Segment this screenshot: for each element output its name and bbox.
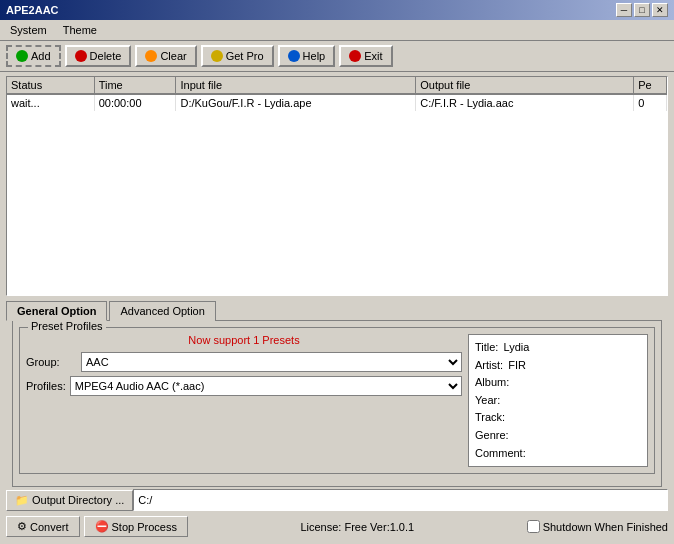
menu-bar: System Theme — [0, 20, 674, 41]
shutdown-label: Shutdown When Finished — [543, 521, 668, 533]
profiles-select[interactable]: MPEG4 Audio AAC (*.aac) — [70, 376, 462, 396]
exit-button[interactable]: Exit — [339, 45, 392, 67]
add-icon — [16, 50, 28, 62]
get-pro-button[interactable]: Get Pro — [201, 45, 274, 67]
window-title: APE2AAC — [6, 4, 59, 16]
delete-icon — [75, 50, 87, 62]
file-list-area: Status Time Input file Output file Pe wa… — [6, 76, 668, 296]
get-pro-icon — [211, 50, 223, 62]
maximize-button[interactable]: □ — [634, 3, 650, 17]
table-row[interactable]: wait... 00:00:00 D:/KuGou/F.I.R - Lydia.… — [7, 94, 667, 111]
tab-advanced-option[interactable]: Advanced Option — [109, 301, 215, 321]
help-button[interactable]: Help — [278, 45, 336, 67]
cell-percent: 0 — [634, 94, 667, 111]
tabs-row: General Option Advanced Option — [6, 300, 668, 320]
col-time: Time — [94, 77, 176, 94]
output-directory-input[interactable] — [133, 489, 668, 511]
stop-process-button[interactable]: ⛔ Stop Process — [84, 516, 188, 537]
col-output-file: Output file — [416, 77, 634, 94]
delete-button[interactable]: Delete — [65, 45, 132, 67]
menu-item-theme[interactable]: Theme — [57, 22, 103, 38]
profiles-row: Profiles: MPEG4 Audio AAC (*.aac) — [26, 376, 462, 396]
cell-input-file: D:/KuGou/F.I.R - Lydia.ape — [176, 94, 416, 111]
tag-year: Year: — [475, 392, 641, 410]
cell-status: wait... — [7, 94, 94, 111]
cell-output-file: C:/F.I.R - Lydia.aac — [416, 94, 634, 111]
convert-icon: ⚙ — [17, 520, 27, 533]
close-button[interactable]: ✕ — [652, 3, 668, 17]
col-percent: Pe — [634, 77, 667, 94]
preset-profiles-group: Preset Profiles Now support 1 Presets Gr… — [19, 327, 655, 474]
add-button[interactable]: Add — [6, 45, 61, 67]
tag-album: Album: — [475, 374, 641, 392]
col-status: Status — [7, 77, 94, 94]
output-directory-bar: 📁 Output Directory ... — [6, 489, 668, 511]
title-bar: APE2AAC ─ □ ✕ — [0, 0, 674, 20]
convert-button[interactable]: ⚙ Convert — [6, 516, 80, 537]
license-text: License: Free Ver:1.0.1 — [192, 521, 523, 533]
col-input-file: Input file — [176, 77, 416, 94]
preset-profiles-legend: Preset Profiles — [28, 320, 106, 332]
support-text: Now support 1 Presets — [26, 334, 462, 346]
tabs-area: General Option Advanced Option Preset Pr… — [6, 300, 668, 487]
tag-genre: Genre: — [475, 427, 641, 445]
clear-button[interactable]: Clear — [135, 45, 196, 67]
minimize-button[interactable]: ─ — [616, 3, 632, 17]
tag-title: Title: Lydia — [475, 339, 641, 357]
bottom-bar: ⚙ Convert ⛔ Stop Process License: Free V… — [0, 513, 674, 540]
tag-comment: Comment: — [475, 445, 641, 463]
shutdown-checkbox[interactable] — [527, 520, 540, 533]
exit-icon — [349, 50, 361, 62]
group-label: Group: — [26, 356, 81, 368]
tab-general-option[interactable]: General Option — [6, 301, 107, 321]
stop-icon: ⛔ — [95, 520, 109, 533]
tag-artist: Artist: FIR — [475, 357, 641, 375]
file-table: Status Time Input file Output file Pe wa… — [7, 77, 667, 111]
preset-left: Now support 1 Presets Group: AAC Profile… — [26, 334, 462, 467]
preset-inner: Now support 1 Presets Group: AAC Profile… — [26, 334, 648, 467]
toolbar: Add Delete Clear Get Pro Help Exit — [0, 41, 674, 72]
profiles-label: Profiles: — [26, 380, 66, 392]
title-bar-buttons: ─ □ ✕ — [616, 3, 668, 17]
options-panel: Preset Profiles Now support 1 Presets Gr… — [12, 320, 662, 487]
tag-info-box: Title: Lydia Artist: FIR Album: Year: Tr — [468, 334, 648, 467]
output-directory-button[interactable]: 📁 Output Directory ... — [6, 490, 133, 511]
group-field-row: Group: AAC — [26, 352, 462, 372]
cell-time: 00:00:00 — [94, 94, 176, 111]
menu-item-system[interactable]: System — [4, 22, 53, 38]
help-icon — [288, 50, 300, 62]
shutdown-checkbox-row: Shutdown When Finished — [527, 520, 668, 533]
tag-track: Track: — [475, 409, 641, 427]
clear-icon — [145, 50, 157, 62]
folder-icon: 📁 — [15, 494, 29, 507]
group-select[interactable]: AAC — [81, 352, 462, 372]
